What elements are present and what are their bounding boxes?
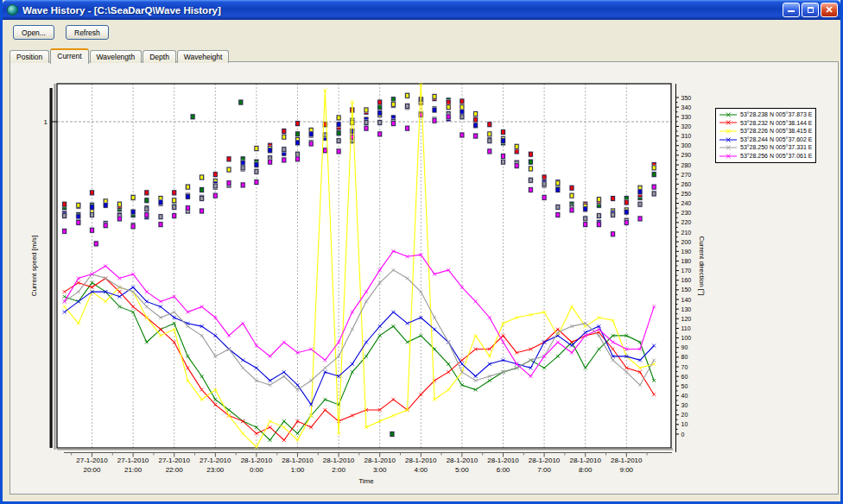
svg-text:28-1-2010: 28-1-2010 <box>241 457 273 464</box>
left-axis-tick-1: 1 <box>44 118 48 126</box>
svg-text:310: 310 <box>681 133 692 139</box>
minimize-button[interactable] <box>783 3 800 17</box>
svg-text:4:00: 4:00 <box>415 466 428 474</box>
svg-text:3:00: 3:00 <box>373 466 387 474</box>
legend-item: 53°28.232 N 005°38.144 E <box>719 119 812 128</box>
minimize-icon <box>788 6 795 12</box>
svg-text:340: 340 <box>681 104 692 110</box>
svg-text:40: 40 <box>681 393 688 399</box>
svg-text:230: 230 <box>681 210 692 216</box>
legend-item: 53°28.238 N 005°37.873 E <box>719 110 812 119</box>
svg-text:130: 130 <box>681 306 692 312</box>
svg-text:0: 0 <box>681 432 685 438</box>
svg-text:250: 250 <box>681 191 692 197</box>
svg-text:27-1-2010: 27-1-2010 <box>200 457 231 464</box>
svg-text:28-1-2010: 28-1-2010 <box>447 457 479 464</box>
restore-icon <box>808 7 814 13</box>
svg-text:20: 20 <box>681 412 688 418</box>
tab-waveheight[interactable]: Waveheight <box>177 50 230 63</box>
svg-text:240: 240 <box>681 200 692 206</box>
svg-text:270: 270 <box>681 172 692 178</box>
legend-line-sample <box>719 119 738 126</box>
svg-text:290: 290 <box>681 152 692 158</box>
svg-text:170: 170 <box>681 268 692 274</box>
svg-text:28-1-2010: 28-1-2010 <box>569 457 601 464</box>
svg-text:330: 330 <box>681 114 692 120</box>
legend-line-sample <box>719 144 738 151</box>
title-bar[interactable]: Wave History - [C:\SeaDarQ\Wave History]… <box>3 0 840 20</box>
open-button[interactable]: Open... <box>13 25 54 40</box>
svg-text:80: 80 <box>681 354 688 360</box>
svg-text:21:00: 21:00 <box>124 466 143 474</box>
left-axis-label: Current speed [m/s] <box>30 236 38 296</box>
svg-text:120: 120 <box>681 316 692 322</box>
svg-text:70: 70 <box>681 364 688 370</box>
x-axis-label: Time <box>358 477 374 485</box>
svg-text:20:00: 20:00 <box>83 466 101 474</box>
svg-text:30: 30 <box>681 402 688 408</box>
right-axis-label: Current direction [°] <box>698 236 706 295</box>
close-button[interactable]: ✕ <box>821 3 838 17</box>
svg-text:150: 150 <box>681 287 692 293</box>
tab-wavelength[interactable]: Wavelength <box>90 50 143 63</box>
app-icon <box>7 4 18 16</box>
svg-text:350: 350 <box>681 95 692 101</box>
svg-text:6:00: 6:00 <box>497 466 510 474</box>
svg-text:27-1-2010: 27-1-2010 <box>76 457 108 464</box>
legend-label: 53°28.238 N 005°37.873 E <box>740 110 812 119</box>
svg-text:27-1-2010: 27-1-2010 <box>158 457 190 464</box>
svg-text:28-1-2010: 28-1-2010 <box>282 457 314 464</box>
svg-text:27-1-2010: 27-1-2010 <box>117 457 149 464</box>
svg-text:100: 100 <box>681 335 692 341</box>
tab-position[interactable]: Position <box>10 50 49 63</box>
svg-text:2:00: 2:00 <box>332 466 345 474</box>
svg-text:300: 300 <box>681 142 692 148</box>
app-window: Wave History - [C:\SeaDarQ\Wave History]… <box>0 0 843 504</box>
restore-button[interactable] <box>802 3 819 17</box>
svg-text:10: 10 <box>681 421 688 427</box>
svg-text:50: 50 <box>681 383 688 389</box>
svg-text:5:00: 5:00 <box>455 466 469 474</box>
svg-text:28-1-2010: 28-1-2010 <box>529 457 561 464</box>
legend-label: 53°28.250 N 005°37.331 E <box>740 143 812 152</box>
tab-depth[interactable]: Depth <box>143 50 176 63</box>
legend-item: 53°28.226 N 005°38.415 E <box>719 127 812 135</box>
svg-text:280: 280 <box>681 162 692 168</box>
legend: 53°28.238 N 005°37.873 E53°28.232 N 005°… <box>715 108 816 163</box>
svg-text:28-1-2010: 28-1-2010 <box>611 457 643 464</box>
svg-text:180: 180 <box>681 258 692 264</box>
legend-line-sample <box>719 136 738 143</box>
svg-text:200: 200 <box>681 239 692 245</box>
legend-item: 53°28.256 N 005°37.061 E <box>719 152 812 161</box>
current-chart: 127-1-201020:0027-1-201021:0027-1-201022… <box>10 62 838 494</box>
legend-label: 53°28.232 N 005°38.144 E <box>740 119 812 128</box>
svg-text:0:00: 0:00 <box>250 466 263 474</box>
toolbar: Open... Refresh <box>3 20 840 40</box>
svg-text:23:00: 23:00 <box>206 466 225 474</box>
svg-text:9:00: 9:00 <box>620 466 634 474</box>
legend-item: 53°28.244 N 005°37.602 E <box>719 135 812 144</box>
legend-item: 53°28.250 N 005°37.331 E <box>719 143 812 152</box>
tab-strip: Position Current Wavelength Depth Wavehe… <box>10 47 840 63</box>
svg-text:140: 140 <box>681 297 692 303</box>
legend-label: 53°28.244 N 005°37.602 E <box>740 135 812 144</box>
svg-text:320: 320 <box>681 123 692 129</box>
tab-current[interactable]: Current <box>50 48 88 64</box>
svg-text:28-1-2010: 28-1-2010 <box>487 457 519 464</box>
svg-text:28-1-2010: 28-1-2010 <box>323 457 355 464</box>
svg-text:220: 220 <box>681 219 692 225</box>
svg-text:110: 110 <box>681 325 691 331</box>
svg-text:28-1-2010: 28-1-2010 <box>405 457 437 464</box>
window-title: Wave History - [C:\SeaDarQ\Wave History] <box>22 5 781 16</box>
svg-text:190: 190 <box>681 249 692 255</box>
tab-page-current: 127-1-201020:0027-1-201021:0027-1-201022… <box>10 61 839 495</box>
svg-text:160: 160 <box>681 277 692 283</box>
svg-text:210: 210 <box>681 230 692 236</box>
svg-text:60: 60 <box>681 374 688 380</box>
close-icon: ✕ <box>825 5 833 15</box>
svg-text:7:00: 7:00 <box>537 466 551 474</box>
legend-line-sample <box>719 153 738 160</box>
legend-line-sample <box>719 111 738 118</box>
refresh-button[interactable]: Refresh <box>66 25 109 40</box>
legend-line-sample <box>719 128 738 135</box>
